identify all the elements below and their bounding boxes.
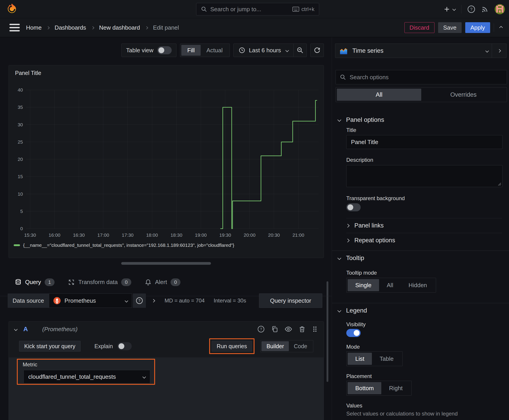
tooltip-all-option[interactable]: All (379, 279, 401, 291)
copy-icon (271, 326, 278, 333)
query-toolbar: Kick start your query Explain Run querie… (9, 338, 324, 354)
time-range-picker[interactable]: Last 6 hours (234, 44, 293, 57)
apply-button[interactable]: Apply (465, 22, 490, 33)
placement-bottom-option[interactable]: Bottom (348, 382, 381, 394)
transparent-bg-toggle[interactable] (346, 203, 361, 211)
menu-toggle-button[interactable] (9, 24, 20, 31)
zoom-out-button[interactable] (294, 44, 307, 57)
bell-icon (145, 279, 152, 286)
options-tabs: All Overrides (335, 87, 507, 102)
query-help-button[interactable]: ? (257, 325, 265, 333)
tab-overrides[interactable]: Overrides (421, 89, 506, 101)
options-search-input[interactable] (350, 74, 503, 81)
visibility-label: Visibility (346, 321, 365, 328)
plus-icon (443, 6, 450, 13)
interval-stat: Interval = 30s (214, 298, 246, 304)
svg-text:35: 35 (18, 105, 23, 110)
legend-visibility-toggle[interactable] (346, 329, 361, 337)
svg-text:?: ? (138, 299, 140, 303)
grafana-logo-icon[interactable] (6, 3, 18, 15)
search-input[interactable] (210, 6, 289, 13)
tooltip-mode-label: Tooltip mode (346, 270, 377, 276)
svg-text:0: 0 (20, 226, 23, 231)
fill-option[interactable]: Fill (181, 45, 200, 56)
tab-transform-label: Transform data (78, 279, 118, 286)
panel-options-section-header[interactable]: Panel options (338, 116, 384, 123)
avatar[interactable] (495, 4, 505, 14)
panel-links-section-header[interactable]: Panel links (346, 222, 384, 229)
time-series-chart[interactable]: 051015202530354015:3016:0016:3017:0017:3… (13, 83, 321, 240)
legend-item[interactable]: {__name__="cloudflared_tunnel_total_requ… (14, 242, 234, 248)
svg-text:19:30: 19:30 (219, 232, 231, 238)
query-ref-id: A (23, 326, 28, 333)
tooltip-section-header[interactable]: Tooltip (338, 255, 364, 262)
toggle-viz-picker-button[interactable] (492, 44, 507, 58)
breadcrumb: Home Dashboards New dashboard Edit panel (26, 24, 179, 31)
tab-all[interactable]: All (337, 89, 421, 101)
mode-table-option[interactable]: Table (372, 353, 401, 365)
help-button[interactable]: ? (467, 5, 475, 13)
explain-toggle[interactable] (117, 342, 132, 350)
description-textarea[interactable] (346, 165, 502, 187)
repeat-options-section-header[interactable]: Repeat options (346, 237, 395, 244)
tab-query-label: Query (25, 279, 41, 286)
tab-alert[interactable]: Alert 0 (138, 268, 187, 296)
svg-text:20:00: 20:00 (244, 232, 256, 238)
table-view-toggle[interactable] (157, 46, 172, 54)
top-bar: ctrl+k ? (0, 0, 509, 18)
save-button[interactable]: Save (438, 22, 462, 33)
tooltip-hidden-option[interactable]: Hidden (401, 279, 434, 291)
legend-mode-segment: List Table (346, 351, 403, 366)
tooltip-single-option[interactable]: Single (348, 279, 379, 291)
drag-query-handle[interactable] (312, 326, 318, 332)
mode-label: Mode (346, 344, 360, 350)
global-search[interactable]: ctrl+k (196, 3, 319, 15)
datasource-picker[interactable]: Prometheus (49, 293, 132, 308)
breadcrumb-home[interactable]: Home (26, 24, 42, 31)
svg-text:?: ? (470, 7, 472, 11)
duplicate-query-button[interactable] (271, 326, 278, 333)
resize-grip-icon[interactable] (497, 181, 501, 186)
toggle-query-visibility-button[interactable] (285, 325, 292, 333)
kick-start-button[interactable]: Kick start your query (19, 341, 81, 352)
svg-text:25: 25 (18, 139, 23, 144)
scrollbar-thumb[interactable] (327, 281, 328, 382)
delete-query-button[interactable] (298, 326, 306, 333)
options-search[interactable] (335, 70, 507, 84)
breadcrumb-new-dashboard[interactable]: New dashboard (99, 24, 140, 31)
datasource-help-button[interactable]: ? (133, 293, 146, 308)
run-queries-button[interactable]: Run queries (212, 341, 252, 352)
svg-text:17:30: 17:30 (122, 232, 134, 238)
visualization-picker[interactable]: Time series (335, 44, 493, 58)
refresh-button[interactable] (310, 44, 324, 57)
breadcrumb-dashboards[interactable]: Dashboards (54, 24, 86, 31)
svg-text:18:00: 18:00 (146, 232, 158, 238)
query-inspector-button[interactable]: Query inspector (259, 293, 322, 308)
breadcrumb-edit-panel: Edit panel (153, 24, 179, 31)
mode-list-option[interactable]: List (348, 353, 372, 365)
time-range-label: Last 6 hours (249, 47, 281, 54)
legend-section-header[interactable]: Legend (338, 307, 367, 314)
expand-row-icon[interactable] (152, 299, 155, 302)
news-button[interactable] (481, 5, 489, 13)
collapse-options-button[interactable] (500, 26, 502, 29)
actual-option[interactable]: Actual (201, 45, 228, 56)
panel-links-heading: Panel links (354, 222, 384, 229)
metric-select[interactable]: cloudflared_tunnel_total_requests (23, 370, 150, 383)
builder-option[interactable]: Builder (261, 341, 289, 351)
panel-resize-handle[interactable] (121, 262, 211, 265)
fill-actual-segment: Fill Actual (180, 44, 230, 57)
collapse-query-icon[interactable] (14, 327, 18, 331)
tab-transform[interactable]: Transform data 0 (61, 268, 138, 296)
tab-alert-label: Alert (155, 279, 167, 286)
builder-code-segment: Builder Code (260, 340, 313, 352)
edit-area: Table view Fill Actual Last 6 hours (0, 37, 332, 420)
new-dropdown-button[interactable] (443, 6, 455, 13)
svg-text:17:00: 17:00 (97, 232, 109, 238)
svg-text:18:30: 18:30 (171, 232, 182, 238)
discard-button[interactable]: Discard (404, 22, 434, 33)
placement-right-option[interactable]: Right (381, 382, 410, 394)
panel-title-input[interactable] (346, 135, 502, 149)
tab-query[interactable]: Query 1 (8, 268, 61, 296)
code-option[interactable]: Code (289, 341, 312, 351)
